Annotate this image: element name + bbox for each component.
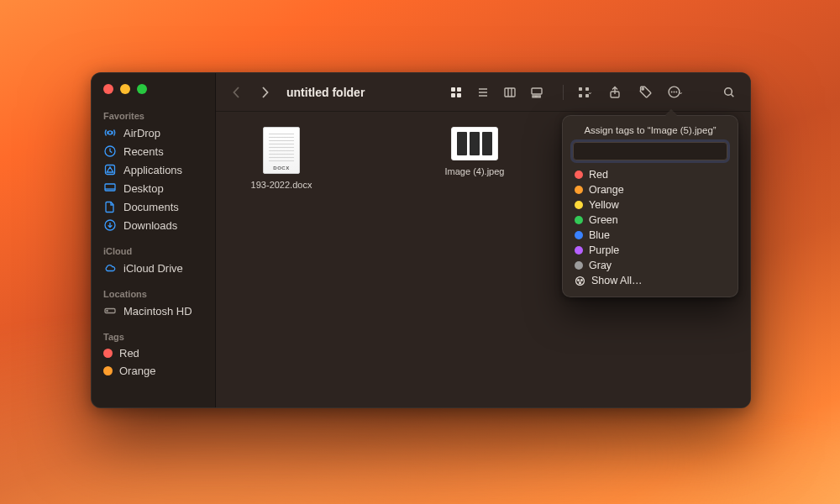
all-tags-icon (575, 276, 585, 286)
sidebar-item-label: Red (119, 347, 139, 360)
view-switcher (445, 82, 548, 102)
svg-point-29 (580, 279, 582, 281)
tag-label: Blue (589, 229, 610, 241)
tag-option-green[interactable]: Green (573, 213, 727, 228)
close-window-button[interactable] (103, 84, 113, 94)
clock-icon (103, 144, 117, 158)
sidebar-item-label: Macintosh HD (123, 305, 192, 318)
list-view-button[interactable] (472, 82, 494, 102)
zoom-window-button[interactable] (137, 84, 147, 94)
sidebar-item-icloud-drive[interactable]: iCloud Drive (92, 259, 215, 277)
sidebar-section-tags: Tags (92, 327, 215, 344)
window-title: untitled folder (286, 86, 365, 99)
sidebar-tag-red[interactable]: Red (92, 344, 215, 362)
sidebar-item-label: iCloud Drive (123, 262, 183, 275)
group-by-button[interactable]: ⌄ (574, 82, 596, 102)
search-button[interactable] (718, 82, 740, 102)
sidebar-section-favorites: Favorites (92, 106, 215, 123)
svg-point-0 (108, 131, 112, 134)
sidebar-item-applications[interactable]: Applications (92, 160, 215, 179)
sidebar-tag-orange[interactable]: Orange (92, 362, 215, 380)
sidebar-item-documents[interactable]: Documents (92, 197, 215, 216)
svg-point-21 (642, 88, 643, 90)
sidebar-item-label: Recents (123, 145, 164, 158)
tag-dot-icon (575, 231, 583, 239)
file-item[interactable]: DOCX 193-2022.docx (239, 127, 323, 190)
forward-button[interactable] (255, 82, 275, 102)
tag-dot-icon (103, 349, 113, 358)
svg-point-24 (674, 92, 675, 93)
sidebar-item-desktop[interactable]: Desktop (92, 179, 215, 197)
tags-popover: Assign tags to “Image (5).jpeg” Red Oran… (562, 115, 738, 297)
svg-rect-16 (579, 87, 582, 91)
svg-rect-14 (536, 96, 538, 97)
toolbar-separator (563, 85, 564, 100)
tag-dot-icon (575, 246, 583, 255)
tag-label: Red (589, 169, 608, 181)
sidebar-item-label: Documents (123, 201, 179, 213)
tag-dot-icon (575, 186, 583, 194)
sidebar-item-label: Orange (119, 365, 155, 377)
sidebar: Favorites AirDrop Recents Applications D… (92, 73, 216, 407)
tag-label: Purple (589, 244, 619, 256)
tag-label: Yellow (589, 199, 619, 211)
file-thumbnail-image (451, 127, 498, 160)
action-menu-button[interactable]: ⌄ (664, 82, 686, 102)
sidebar-item-label: Desktop (123, 182, 164, 195)
file-item[interactable]: Image (4).jpeg (433, 127, 517, 176)
tag-label: Gray (589, 260, 612, 271)
tag-option-purple[interactable]: Purple (573, 243, 727, 258)
tags-button[interactable] (634, 82, 656, 102)
tag-dot-icon (575, 261, 583, 270)
sidebar-section-icloud: iCloud (92, 241, 215, 259)
file-name: Image (4).jpeg (445, 166, 505, 176)
file-area[interactable]: DOCX 193-2022.docx Image (4).jpeg Image … (216, 112, 750, 407)
tag-option-gray[interactable]: Gray (573, 258, 727, 273)
sidebar-section-locations: Locations (92, 284, 215, 302)
sidebar-item-airdrop[interactable]: AirDrop (92, 123, 215, 142)
tag-option-yellow[interactable]: Yellow (573, 197, 727, 213)
popover-title: Assign tags to “Image (5).jpeg” (573, 125, 727, 135)
svg-rect-3 (105, 184, 115, 191)
file-name: 193-2022.docx (251, 180, 312, 190)
svg-point-6 (107, 310, 108, 311)
applications-icon (103, 163, 117, 176)
svg-rect-12 (532, 88, 542, 94)
document-icon (103, 200, 117, 213)
toolbar: untitled folder ⌄ (216, 73, 750, 112)
doc-badge: DOCX (264, 165, 299, 171)
tag-option-red[interactable]: Red (573, 167, 727, 182)
minimize-window-button[interactable] (120, 84, 130, 94)
tag-search-input[interactable] (573, 142, 727, 160)
svg-point-30 (580, 281, 581, 283)
svg-rect-8 (457, 87, 461, 92)
svg-rect-10 (457, 93, 461, 97)
gallery-view-button[interactable] (526, 82, 548, 102)
sidebar-item-label: Applications (123, 164, 182, 176)
svg-rect-11 (505, 88, 515, 97)
sidebar-item-downloads[interactable]: Downloads (92, 216, 215, 234)
sidebar-item-label: Downloads (123, 219, 177, 232)
tag-option-orange[interactable]: Orange (573, 182, 727, 197)
tag-label: Orange (589, 184, 624, 196)
file-thumbnail-docx: DOCX (263, 127, 300, 174)
cloud-icon (103, 261, 117, 275)
back-button[interactable] (226, 82, 246, 102)
sidebar-item-macintosh-hd[interactable]: Macintosh HD (92, 302, 215, 320)
tag-dot-icon (575, 201, 583, 209)
tag-label: Green (589, 214, 618, 226)
chevron-down-icon: ⌄ (678, 88, 684, 96)
desktop-icon (103, 181, 117, 195)
chevron-down-icon: ⌄ (587, 88, 593, 96)
sidebar-item-recents[interactable]: Recents (92, 142, 215, 160)
column-view-button[interactable] (499, 82, 521, 102)
tag-label: Show All… (591, 275, 642, 286)
share-button[interactable] (604, 82, 626, 102)
tag-dot-icon (103, 366, 113, 375)
svg-point-26 (725, 87, 732, 95)
svg-point-28 (578, 279, 580, 281)
icon-view-button[interactable] (445, 82, 467, 102)
tag-option-blue[interactable]: Blue (573, 228, 727, 243)
finder-window: Favorites AirDrop Recents Applications D… (91, 72, 751, 408)
tag-show-all[interactable]: Show All… (573, 273, 727, 288)
